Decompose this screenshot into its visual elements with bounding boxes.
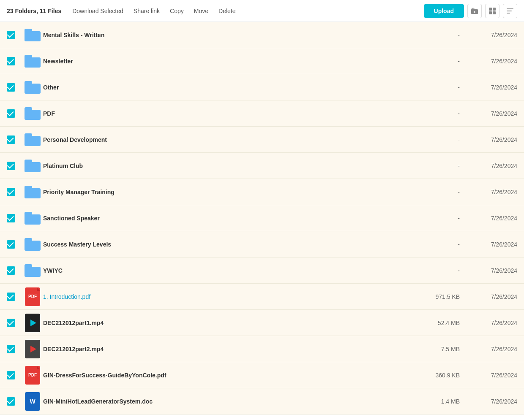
- file-size: 360.9 KB: [403, 372, 467, 379]
- move-button[interactable]: Move: [190, 5, 213, 17]
- toolbar-actions: Download Selected Share link Copy Move D…: [68, 5, 422, 17]
- folder-icon: [25, 160, 41, 172]
- table-row: Sanctioned Speaker-7/26/2024: [0, 205, 524, 231]
- row-checkbox[interactable]: [7, 162, 22, 170]
- folder-icon: [25, 29, 41, 41]
- row-checkbox[interactable]: [7, 397, 22, 406]
- table-row: WGIN-MiniHotLeadGeneratorSystem.doc1.4 M…: [0, 388, 524, 415]
- checkbox-checked[interactable]: [7, 397, 15, 406]
- file-size: 52.4 MB: [403, 320, 467, 326]
- folder-icon: [25, 212, 41, 225]
- share-link-button[interactable]: Share link: [129, 5, 164, 17]
- file-date: 7/26/2024: [467, 32, 517, 38]
- row-checkbox[interactable]: [7, 240, 22, 249]
- file-size: -: [403, 84, 467, 91]
- file-date: 7/26/2024: [467, 241, 517, 248]
- table-row: Platinum Club-7/26/2024: [0, 153, 524, 179]
- checkbox-checked[interactable]: [7, 266, 15, 275]
- row-checkbox[interactable]: [7, 135, 22, 144]
- table-row: Mental Skills - Written-7/26/2024: [0, 22, 524, 48]
- svg-rect-3: [489, 8, 492, 11]
- checkbox-checked[interactable]: [7, 188, 15, 196]
- table-row: Success Mastery Levels-7/26/2024: [0, 231, 524, 257]
- file-name: Personal Development: [43, 136, 403, 143]
- folder-icon: [25, 55, 41, 68]
- table-row: Newsletter-7/26/2024: [0, 48, 524, 74]
- file-size: -: [403, 189, 467, 195]
- checkbox-checked[interactable]: [7, 240, 15, 249]
- checkbox-checked[interactable]: [7, 293, 15, 301]
- row-checkbox[interactable]: [7, 319, 22, 327]
- video-icon: [25, 340, 40, 358]
- checkbox-checked[interactable]: [7, 31, 15, 39]
- table-row: DEC212012part2.mp47.5 MB7/26/2024: [0, 336, 524, 362]
- checkbox-checked[interactable]: [7, 371, 15, 379]
- file-name: Priority Manager Training: [43, 189, 403, 195]
- file-date: 7/26/2024: [467, 346, 517, 352]
- delete-button[interactable]: Delete: [214, 5, 240, 17]
- svg-rect-6: [493, 11, 496, 14]
- file-size: -: [403, 267, 467, 274]
- row-checkbox[interactable]: [7, 345, 22, 353]
- file-date: 7/26/2024: [467, 163, 517, 169]
- file-name: DEC212012part1.mp4: [43, 320, 403, 326]
- folder-icon: [25, 264, 41, 277]
- file-count-label: 23 Folders, 11 Files: [7, 8, 61, 14]
- checkbox-checked[interactable]: [7, 83, 15, 92]
- checkbox-checked[interactable]: [7, 109, 15, 118]
- file-date: 7/26/2024: [467, 267, 517, 274]
- file-name: DEC212012part2.mp4: [43, 346, 403, 352]
- file-name: Newsletter: [43, 58, 403, 65]
- grid-icon: [489, 7, 496, 15]
- checkbox-checked[interactable]: [7, 345, 15, 353]
- add-folder-icon: [471, 7, 478, 15]
- file-date: 7/26/2024: [467, 215, 517, 222]
- table-row: PDF-7/26/2024: [0, 100, 524, 127]
- upload-button[interactable]: Upload: [424, 4, 464, 18]
- toolbar-right: Upload: [424, 4, 517, 18]
- table-row: PDF1. Introduction.pdf971.5 KB7/26/2024: [0, 284, 524, 310]
- file-size: -: [403, 215, 467, 222]
- row-checkbox[interactable]: [7, 293, 22, 301]
- toolbar: 23 Folders, 11 Files Download Selected S…: [0, 0, 524, 22]
- checkbox-checked[interactable]: [7, 319, 15, 327]
- file-name: Success Mastery Levels: [43, 241, 403, 248]
- sort-icon: [506, 7, 514, 15]
- file-date: 7/26/2024: [467, 320, 517, 326]
- file-date: 7/26/2024: [467, 372, 517, 379]
- grid-view-button[interactable]: [485, 4, 499, 18]
- file-name[interactable]: 1. Introduction.pdf: [43, 293, 403, 300]
- file-size: -: [403, 32, 467, 38]
- file-name: Sanctioned Speaker: [43, 215, 403, 222]
- folder-icon: [25, 81, 41, 94]
- file-date: 7/26/2024: [467, 189, 517, 195]
- row-checkbox[interactable]: [7, 109, 22, 118]
- pdf-icon: PDF: [25, 287, 40, 306]
- row-checkbox[interactable]: [7, 31, 22, 39]
- file-size: 1.4 MB: [403, 398, 467, 405]
- row-checkbox[interactable]: [7, 266, 22, 275]
- checkbox-checked[interactable]: [7, 214, 15, 222]
- checkbox-checked[interactable]: [7, 162, 15, 170]
- download-selected-button[interactable]: Download Selected: [68, 5, 128, 17]
- row-checkbox[interactable]: [7, 371, 22, 379]
- file-size: -: [403, 136, 467, 143]
- pdf-icon: PDF: [25, 366, 40, 385]
- folder-icon: [25, 133, 41, 146]
- file-date: 7/26/2024: [467, 110, 517, 117]
- checkbox-checked[interactable]: [7, 135, 15, 144]
- add-folder-button[interactable]: [467, 4, 482, 18]
- row-checkbox[interactable]: [7, 188, 22, 196]
- row-checkbox[interactable]: [7, 83, 22, 92]
- sort-button[interactable]: [503, 4, 517, 18]
- file-size: 971.5 KB: [403, 293, 467, 300]
- file-size: -: [403, 58, 467, 65]
- file-name: GIN-MiniHotLeadGeneratorSystem.doc: [43, 398, 403, 405]
- copy-button[interactable]: Copy: [166, 5, 188, 17]
- row-checkbox[interactable]: [7, 214, 22, 222]
- checkbox-checked[interactable]: [7, 57, 15, 65]
- file-date: 7/26/2024: [467, 84, 517, 91]
- file-name: GIN-DressForSuccess-GuideByYonCole.pdf: [43, 372, 403, 379]
- table-row: Priority Manager Training-7/26/2024: [0, 179, 524, 205]
- row-checkbox[interactable]: [7, 57, 22, 65]
